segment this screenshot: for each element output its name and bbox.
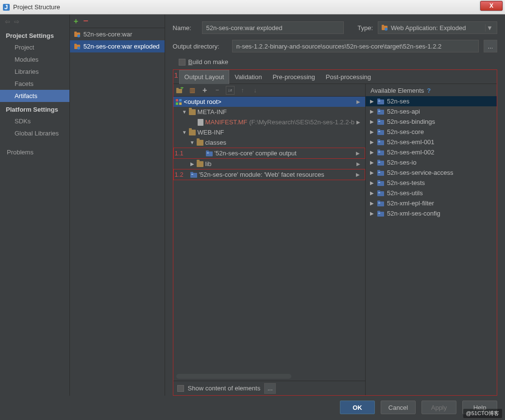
tree-item[interactable]: ▶lib▶ [173, 159, 365, 169]
chevron-right-icon: ▶ [356, 161, 363, 167]
tree-item[interactable]: ▼WEB-INF [173, 127, 365, 137]
svg-text:+: + [180, 87, 184, 91]
main-panel: Name: Type: Web Application: Exploded ▼ … [165, 15, 505, 396]
expand-icon[interactable]: ▼ [182, 109, 187, 115]
module-icon [206, 151, 213, 156]
artifact-item[interactable]: 52n-ses-core:war exploded [70, 40, 165, 52]
chevron-right-icon: ▶ [356, 151, 363, 156]
move-up-icon[interactable]: ↑ [238, 86, 247, 95]
sidebar-item-global-libraries[interactable]: Global Libraries [0, 127, 69, 139]
expand-icon[interactable]: ▶ [370, 170, 374, 175]
expand-icon[interactable]: ▶ [370, 211, 374, 216]
module-icon [377, 109, 384, 115]
sidebar-item-problems[interactable]: Problems [0, 146, 69, 158]
sidebar-item-modules[interactable]: Modules [0, 53, 69, 66]
tree-label: WEB-INF [198, 129, 224, 136]
tree-item[interactable]: '52n-ses-core' compile output▶ [174, 148, 365, 158]
list-label: 52n-ses-api [387, 108, 420, 115]
list-item[interactable]: ▶52n-ses-utils [366, 188, 497, 198]
show-content-checkbox[interactable] [177, 385, 184, 392]
chevron-right-icon: ▶ [356, 172, 363, 177]
expand-icon[interactable]: ▶ [190, 161, 195, 167]
expand-icon[interactable]: ▶ [370, 190, 374, 196]
sidebar-heading-platform: Platform Settings [0, 102, 69, 115]
layout-icon[interactable]: ▥ [188, 86, 197, 95]
module-icon [377, 99, 384, 104]
artifact-list: + − 52n-ses-core:war 52n-ses-core:war ex… [70, 15, 165, 396]
sidebar-item-libraries[interactable]: Libraries [0, 66, 69, 78]
module-icon [377, 201, 384, 206]
tree-label: META-INF [198, 108, 227, 116]
expand-icon[interactable]: ▶ [370, 180, 374, 185]
annotated-box-12: 1.2 '52n-ses-core' module: 'Web' facet r… [173, 169, 365, 180]
list-item[interactable]: ▶52n-ses-service-access [366, 168, 497, 178]
tab-validation[interactable]: Validation [229, 70, 267, 84]
list-item[interactable]: ▶52n-ses-eml-001 [366, 137, 497, 147]
tree-label: <output root> [184, 98, 221, 105]
sort-icon[interactable]: ↓z [226, 86, 235, 95]
list-item[interactable]: ▶52n-ses-eml-002 [366, 147, 497, 157]
list-label: 52n-ses-core [387, 128, 424, 135]
list-item[interactable]: ▶52n-ses [366, 96, 497, 106]
expand-icon[interactable]: ▶ [370, 119, 374, 124]
remove-icon[interactable]: − [213, 86, 222, 95]
name-input[interactable] [202, 21, 344, 34]
list-item[interactable]: ▶52n-ses-io [366, 157, 497, 168]
tree-root[interactable]: <output root> ▶ [173, 97, 365, 107]
horizontal-scrollbar[interactable] [176, 374, 291, 379]
expand-icon[interactable]: ▶ [370, 109, 374, 114]
expand-icon[interactable]: ▶ [370, 129, 374, 134]
expand-icon[interactable]: ▼ [190, 140, 195, 145]
sidebar-item-artifacts[interactable]: Artifacts [0, 90, 69, 102]
tree-item[interactable]: '52n-ses-core' module: 'Web' facet resou… [174, 169, 365, 180]
sidebar-item-project[interactable]: Project [0, 41, 69, 53]
expand-icon[interactable]: ▼ [182, 130, 187, 135]
list-label: 52n-xml-ses-config [387, 210, 440, 217]
nav-back-icon[interactable]: ⇦ [5, 18, 10, 25]
tab-output-layout[interactable]: Output Layout [179, 70, 230, 84]
nav-forward-icon[interactable]: ⇨ [14, 18, 19, 25]
ok-button[interactable]: OK [340, 401, 375, 414]
outdir-input[interactable] [232, 40, 479, 52]
svg-text:J: J [4, 3, 8, 11]
tab-pre-processing[interactable]: Pre-processing [267, 70, 320, 84]
list-label: 52n-xml-epl-filter [387, 200, 434, 207]
type-dropdown[interactable]: Web Application: Exploded ▼ [378, 21, 497, 34]
expand-icon[interactable]: ▶ [370, 160, 374, 165]
list-item[interactable]: ▶52n-xml-ses-config [366, 208, 497, 218]
expand-icon[interactable]: ▶ [370, 201, 374, 206]
remove-artifact-button[interactable]: − [83, 16, 88, 26]
list-item[interactable]: ▶52n-ses-tests [366, 178, 497, 188]
list-item[interactable]: ▶52n-ses-core [366, 127, 497, 137]
list-item[interactable]: ▶52n-xml-epl-filter [366, 198, 497, 208]
expand-icon[interactable]: ▶ [370, 150, 374, 155]
sidebar-item-facets[interactable]: Facets [0, 78, 69, 90]
tree-item[interactable]: ▼META-INF [173, 107, 365, 117]
list-item[interactable]: ▶52n-ses-api [366, 106, 497, 117]
build-on-make-checkbox[interactable] [179, 59, 185, 66]
cancel-button[interactable]: Cancel [381, 401, 416, 414]
artifact-label: 52n-ses-core:war exploded [84, 43, 160, 50]
list-item[interactable]: ▶52n-ses-bindings [366, 117, 497, 127]
expand-icon[interactable]: ▶ [370, 139, 374, 145]
artifact-item[interactable]: 52n-ses-core:war [70, 28, 165, 40]
tree-item[interactable]: ▼classes [173, 137, 365, 148]
help-icon[interactable]: ? [427, 87, 431, 94]
available-elements-pane: Available Elements ? ▶52n-ses ▶52n-ses-a… [366, 84, 497, 395]
tree-label: '52n-ses-core' compile output [215, 150, 297, 157]
sidebar-item-sdks[interactable]: SDKs [0, 115, 69, 127]
new-folder-icon[interactable]: + [175, 86, 184, 95]
add-artifact-button[interactable]: + [74, 17, 78, 26]
browse-button[interactable]: ... [484, 40, 497, 52]
window-title: Project Structure [13, 3, 480, 11]
apply-button[interactable]: Apply [421, 401, 456, 414]
move-down-icon[interactable]: ↓ [251, 86, 260, 95]
available-elements-list[interactable]: ▶52n-ses ▶52n-ses-api ▶52n-ses-bindings … [366, 96, 497, 395]
add-icon[interactable]: + [201, 86, 209, 95]
close-button[interactable]: X [480, 1, 503, 11]
output-tree[interactable]: <output root> ▶ ▼META-INF MANIFEST.MF(F:… [173, 97, 365, 381]
tree-item[interactable]: MANIFEST.MF(F:\MyResearch\SES\52n-ses-1.… [173, 117, 365, 127]
expand-icon[interactable]: ▶ [370, 99, 374, 104]
show-content-browse[interactable]: ... [264, 383, 276, 394]
tab-post-processing[interactable]: Post-processing [320, 70, 376, 84]
